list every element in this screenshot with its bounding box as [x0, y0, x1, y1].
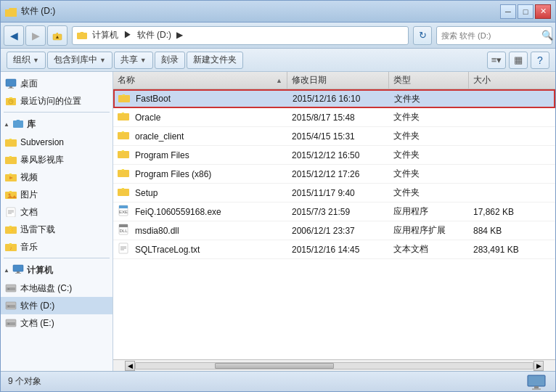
svg-point-50 [8, 323, 9, 324]
close-button[interactable]: ✕ [535, 4, 551, 19]
path-part-drive[interactable]: 软件 (D:) [137, 30, 171, 40]
forward-button[interactable]: ▶ [25, 25, 46, 46]
sidebar-item-video[interactable]: 视频 [1, 168, 113, 186]
sidebar-item-recent[interactable]: 最近访问的位置 [1, 92, 113, 110]
computer-section-icon [12, 264, 24, 277]
sidebar-item-subversion[interactable]: Subversion [1, 134, 113, 151]
thunder-icon: ⚡ [5, 224, 17, 235]
share-button[interactable]: 共享 ▼ [114, 52, 153, 69]
sidebar-section-library[interactable]: ▲ 库 [1, 115, 113, 134]
library-header-label: 库 [27, 118, 36, 131]
cell-name: oracle_client [113, 127, 287, 145]
svg-point-44 [8, 288, 9, 290]
cell-size [470, 90, 555, 107]
svg-rect-1 [5, 10, 17, 17]
cell-name: FastBoot [114, 90, 288, 107]
h-scrollbar-track [135, 362, 533, 369]
sidebar-item-drive-d[interactable]: 软件 (D:) [1, 297, 113, 314]
header-size[interactable]: 大小 [469, 72, 555, 89]
svg-rect-53 [118, 113, 129, 121]
file-icon [118, 149, 129, 161]
cell-type: 文件夹 [389, 108, 469, 126]
table-row[interactable]: Program Files (x86) 2015/12/12 17:26 文件夹 [113, 165, 555, 184]
svg-rect-64 [119, 205, 128, 208]
help-button[interactable]: ? [531, 52, 549, 69]
cell-date: 2015/4/15 15:31 [287, 127, 389, 145]
file-name: Setup [135, 188, 158, 198]
maximize-button[interactable]: □ [518, 4, 533, 19]
include-button[interactable]: 包含到库中 ▼ [47, 52, 113, 69]
cell-size: 884 KB [469, 221, 555, 240]
video-icon [5, 171, 17, 183]
burn-button[interactable]: 刻录 [155, 52, 185, 69]
svg-point-27 [9, 194, 11, 196]
cell-size: 283,491 KB [469, 240, 555, 258]
drive-d-icon [5, 300, 17, 311]
sidebar-label-documents: 文档 [20, 206, 38, 219]
file-name: oracle_client [135, 131, 184, 142]
search-input[interactable] [441, 31, 541, 40]
sidebar-item-pictures[interactable]: 图片 [1, 186, 113, 203]
sidebar-item-drive-e[interactable]: 文档 (E:) [1, 314, 113, 332]
table-row[interactable]: DLL msdia80.dll 2006/12/1 23:37 应用程序扩展 8… [113, 221, 555, 240]
path-bar[interactable]: 计算机 ▶ 软件 (D:) ▶ [72, 26, 409, 45]
sidebar-item-thunder[interactable]: ⚡ 迅雷下载 [1, 221, 113, 238]
documents-icon [5, 206, 17, 218]
file-name: Program Files [135, 150, 189, 160]
view-toggle-button[interactable]: ≡▾ [487, 52, 506, 69]
h-scroll-right[interactable]: ▶ [533, 361, 544, 371]
table-row[interactable]: oracle_client 2015/4/15 15:31 文件夹 [113, 127, 555, 146]
details-button[interactable]: ▦ [509, 52, 528, 69]
library-expand-icon: ▲ [4, 121, 9, 128]
table-row[interactable]: EXE FeiQ.1060559168.exe 2015/7/3 21:59 应… [113, 203, 555, 221]
header-name[interactable]: 名称 ▲ [113, 72, 287, 89]
h-scrollbar[interactable]: ◀ ▶ [113, 359, 555, 371]
svg-rect-6 [77, 33, 87, 39]
header-type[interactable]: 类型 [389, 72, 469, 89]
status-count: 9 个对象 [8, 375, 41, 388]
table-row[interactable]: SQLTraceLog.txt 2015/12/16 14:45 文本文档 28… [113, 240, 555, 259]
cell-date: 2015/12/16 16:10 [288, 90, 390, 107]
cell-name: Setup [113, 184, 287, 202]
back-button[interactable]: ◀ [4, 25, 24, 46]
main-content: 桌面 最近访问的位置 ▲ 库 Subvers [1, 72, 555, 371]
sidebar-section-computer[interactable]: ▲ 计算机 [1, 261, 113, 279]
sidebar: 桌面 最近访问的位置 ▲ 库 Subvers [1, 72, 113, 371]
computer-header-label: 计算机 [27, 264, 53, 277]
sidebar-item-storm[interactable]: 暴风影视库 [1, 151, 113, 168]
header-date[interactable]: 修改日期 [287, 72, 389, 89]
window: 软件 (D:) ─ □ ✕ ◀ ▶ ▲ 计算机 ▶ 软件 [0, 0, 556, 392]
sidebar-label-video: 视频 [20, 171, 38, 184]
table-row[interactable]: Oracle 2015/8/17 15:48 文件夹 [113, 108, 555, 127]
list-header: 名称 ▲ 修改日期 类型 大小 [113, 72, 555, 89]
sidebar-item-music[interactable]: ♪ 音乐 [1, 238, 113, 256]
refresh-button[interactable]: ↻ [413, 26, 432, 45]
table-row[interactable]: Setup 2015/11/17 9:40 文件夹 [113, 184, 555, 203]
music-icon: ♪ [5, 241, 17, 253]
organize-button[interactable]: 组织 ▼ [7, 52, 46, 69]
sidebar-divider-2 [4, 258, 110, 258]
new-folder-button[interactable]: 新建文件夹 [187, 52, 243, 69]
drive-c-icon [5, 282, 17, 294]
search-icon: 🔍 [541, 30, 553, 41]
storm-icon [5, 154, 17, 166]
path-part-computer[interactable]: 计算机 [92, 30, 118, 40]
file-list: 名称 ▲ 修改日期 类型 大小 FastBoo [113, 72, 555, 359]
sidebar-label-pictures: 图片 [20, 189, 38, 201]
cell-size: 17,862 KB [469, 203, 555, 221]
table-row[interactable]: Program Files 2015/12/12 16:50 文件夹 [113, 146, 555, 165]
sidebar-item-documents[interactable]: 文档 [1, 203, 113, 221]
sidebar-item-desktop[interactable]: 桌面 [1, 75, 113, 92]
cell-size [469, 165, 555, 183]
sidebar-item-drive-c[interactable]: 本地磁盘 (C:) [1, 279, 113, 297]
cell-type: 应用程序扩展 [389, 221, 469, 240]
h-scroll-left[interactable]: ◀ [125, 361, 135, 371]
minimize-button[interactable]: ─ [500, 4, 516, 19]
svg-rect-9 [9, 86, 12, 88]
subversion-icon [5, 136, 17, 148]
up-button[interactable]: ▲ [47, 25, 68, 46]
cell-type: 文件夹 [389, 184, 469, 202]
table-row[interactable]: FastBoot 2015/12/16 16:10 文件夹 [113, 89, 555, 108]
svg-text:EXE: EXE [119, 210, 128, 214]
cell-date: 2006/12/1 23:37 [287, 221, 389, 240]
